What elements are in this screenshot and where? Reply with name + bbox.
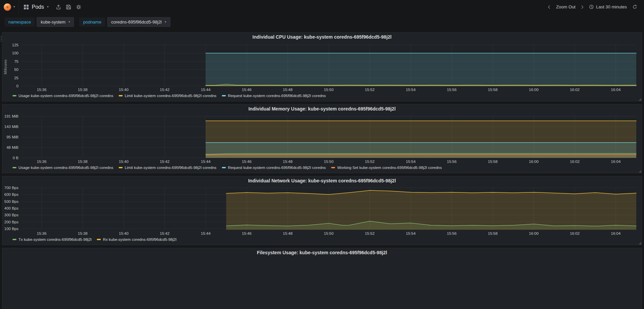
legend-item[interactable]: Usage kube-system coredns-695f96dcd5-98j… xyxy=(12,166,113,170)
panel-network-usage: Individual Network Usage: kube-system co… xyxy=(2,176,642,245)
y-tick-label: 300 Bps xyxy=(4,213,18,217)
chart-plot[interactable]: 0 B48 MiB95 MiB143 MiB191 MiB15:3615:381… xyxy=(2,113,642,165)
y-tick-label: 191 MiB xyxy=(4,114,19,118)
chart-plot[interactable] xyxy=(2,257,642,308)
x-tick-label: 15:56 xyxy=(447,88,457,92)
cpu-usage-legend: Usage kube-system coredns-695f96dcd5-98j… xyxy=(2,93,642,98)
grafana-logo-button[interactable]: ▾ xyxy=(0,0,19,14)
x-tick-label: 15:46 xyxy=(242,160,252,164)
legend-item[interactable]: Usage kube-system coredns-695f96dcd5-98j… xyxy=(12,94,113,98)
refresh-icon xyxy=(632,4,637,9)
y-tick-label: 400 Bps xyxy=(4,206,18,210)
x-tick-label: 16:02 xyxy=(570,88,580,92)
legend-color-mark xyxy=(12,167,16,168)
network-usage-chart: 100 Bps200 Bps300 Bps400 Bps500 Bps600 B… xyxy=(2,185,642,236)
legend-color-mark xyxy=(12,239,16,240)
legend-item[interactable]: Request kube-system coredns-695f96dcd5-9… xyxy=(222,166,326,170)
chart-plot[interactable]: 100 Bps200 Bps300 Bps400 Bps500 Bps600 B… xyxy=(2,185,642,236)
dashboard-picker[interactable]: Pods ▾ xyxy=(19,0,53,14)
x-tick-label: 15:44 xyxy=(201,231,211,235)
legend-color-mark xyxy=(331,167,335,168)
y-tick-label: 95 MiB xyxy=(6,135,18,139)
legend-item[interactable]: Rx kube-system coredns-695f96dcd5-98j2l xyxy=(97,237,176,241)
x-tick-label: 15:52 xyxy=(365,160,375,164)
y-tick-label: 125 xyxy=(12,43,18,47)
variable-podname-label[interactable]: podname xyxy=(79,17,105,27)
share-button[interactable] xyxy=(53,0,64,14)
x-tick-label: 15:54 xyxy=(406,160,416,164)
panel-resize-handle[interactable] xyxy=(639,98,641,101)
y-tick-label: 100 xyxy=(12,51,18,55)
panel-resize-handle[interactable] xyxy=(639,170,641,173)
panel-title[interactable]: Individual CPU Usage: kube-system coredn… xyxy=(2,33,642,41)
variable-namespace-label[interactable]: namespace xyxy=(5,17,35,27)
x-tick-label: 15:50 xyxy=(324,160,334,164)
y-tick-label: 143 MiB xyxy=(4,125,19,129)
legend-label: Usage kube-system coredns-695f96dcd5-98j… xyxy=(18,94,113,98)
x-tick-label: 15:48 xyxy=(283,231,293,235)
memory-usage-legend: Usage kube-system coredns-695f96dcd5-98j… xyxy=(2,165,642,170)
x-tick-label: 16:04 xyxy=(611,88,621,92)
time-shift-back-button[interactable] xyxy=(546,2,553,12)
zoom-out-label: Zoom Out xyxy=(556,4,575,9)
legend-label: Working Set kube-system coredns-695f96dc… xyxy=(337,166,442,170)
filesystem-usage-chart xyxy=(2,257,642,308)
zoom-out-button[interactable]: Zoom Out xyxy=(554,2,577,12)
time-range-picker[interactable]: Last 30 minutes xyxy=(587,2,629,12)
legend-color-mark xyxy=(222,95,226,96)
legend-color-mark xyxy=(12,95,16,96)
x-tick-label: 15:40 xyxy=(119,231,129,235)
legend-item[interactable]: Limit kube-system coredns-695f96dcd5-98j… xyxy=(119,94,216,98)
panel-title[interactable]: Filesystem Usage: kube-system coredns-69… xyxy=(2,248,642,257)
top-nav: ▾ Pods ▾ xyxy=(0,0,644,14)
legend-item[interactable]: Limit kube-system coredns-695f96dcd5-98j… xyxy=(119,166,216,170)
y-tick-label: 700 Bps xyxy=(4,186,18,190)
x-tick-label: 15:48 xyxy=(283,160,293,164)
x-tick-label: 15:40 xyxy=(119,88,129,92)
save-button[interactable] xyxy=(64,0,74,14)
gear-icon xyxy=(76,4,81,10)
panel-title[interactable]: Individual Network Usage: kube-system co… xyxy=(2,176,642,185)
nav-right-group: Zoom Out Last 30 minutes xyxy=(546,2,644,12)
legend-label: Request kube-system coredns-695f96dcd5-9… xyxy=(228,166,326,170)
panel-title[interactable]: Individual Memory Usage: kube-system cor… xyxy=(2,104,642,113)
x-tick-label: 15:50 xyxy=(324,88,334,92)
y-tick-label: 25 xyxy=(14,76,18,80)
legend-label: Request kube-system coredns-695f96dcd5-9… xyxy=(228,94,326,98)
legend-color-mark xyxy=(222,167,226,168)
settings-button[interactable] xyxy=(74,0,84,14)
variable-namespace-value: kube-system xyxy=(41,19,66,25)
panel-filesystem-usage: Filesystem Usage: kube-system coredns-69… xyxy=(2,248,642,309)
network-usage-legend: Tx kube-system coredns-695f96dcd5-98j2lR… xyxy=(2,236,642,241)
template-variable-bar: namespace kube-system ▾ podname coredns-… xyxy=(0,14,644,30)
legend-item[interactable]: Tx kube-system coredns-695f96dcd5-98j2l xyxy=(12,237,91,241)
variable-podname: podname coredns-695f96dcd5-98j2l ▾ xyxy=(79,17,170,27)
legend-item[interactable]: Request kube-system coredns-695f96dcd5-9… xyxy=(222,94,326,98)
x-tick-label: 16:00 xyxy=(529,160,539,164)
x-tick-label: 15:52 xyxy=(365,88,375,92)
x-tick-label: 15:56 xyxy=(447,160,457,164)
variable-namespace-dropdown[interactable]: kube-system ▾ xyxy=(37,17,74,27)
x-tick-label: 15:56 xyxy=(447,231,457,235)
series-fill xyxy=(206,154,636,158)
x-tick-label: 15:50 xyxy=(324,231,334,235)
variable-podname-dropdown[interactable]: coredns-695f96dcd5-98j2l ▾ xyxy=(107,17,170,27)
panel-cpu-usage: Individual CPU Usage: kube-system coredn… xyxy=(2,32,642,101)
x-tick-label: 16:02 xyxy=(570,160,580,164)
dashboard-grid-icon xyxy=(24,4,29,10)
caret-down-icon: ▾ xyxy=(165,20,166,24)
grafana-logo-icon xyxy=(3,3,12,11)
row-drag-handle[interactable] xyxy=(1,36,2,37)
x-tick-label: 16:02 xyxy=(570,231,580,235)
legend-label: Usage kube-system coredns-695f96dcd5-98j… xyxy=(18,166,113,170)
time-shift-forward-button[interactable] xyxy=(579,2,586,12)
refresh-button[interactable] xyxy=(630,2,639,12)
legend-label: Tx kube-system coredns-695f96dcd5-98j2l xyxy=(18,237,91,241)
legend-item[interactable]: Working Set kube-system coredns-695f96dc… xyxy=(331,166,442,170)
y-tick-label: 75 xyxy=(14,59,18,63)
y-tick-label: 50 xyxy=(14,68,18,72)
chart-plot[interactable]: 025507510012515:3615:3815:4015:4215:4415… xyxy=(2,41,642,93)
legend-label: Limit kube-system coredns-695f96dcd5-98j… xyxy=(125,166,216,170)
panel-resize-handle[interactable] xyxy=(639,242,641,245)
x-tick-label: 15:52 xyxy=(365,231,375,235)
